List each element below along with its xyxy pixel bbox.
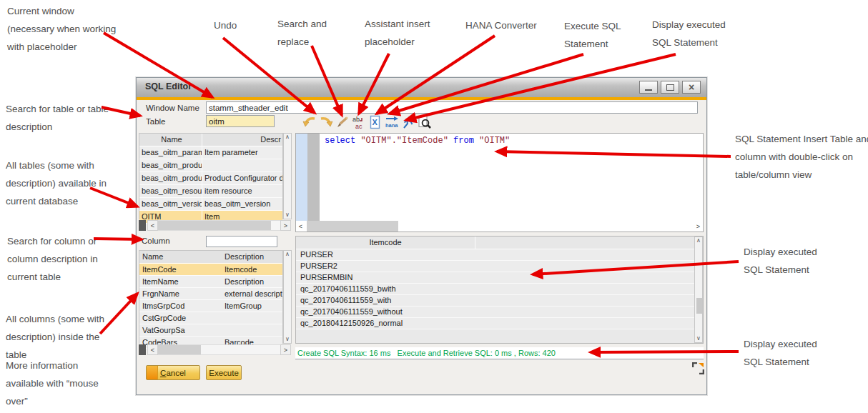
sql-gutter-margin (307, 134, 320, 221)
cancel-button[interactable]: Cancel (146, 365, 200, 380)
sql-gutter-selection (296, 134, 307, 221)
accent-bar (137, 97, 706, 100)
scrollbar-thumb[interactable] (158, 221, 271, 230)
scroll-up-icon[interactable]: ∧ (285, 134, 290, 141)
scrollbar-thumb[interactable] (307, 221, 398, 232)
note-current-window: Current window(necessary when workingwit… (7, 2, 116, 56)
arrow-all-columns (100, 294, 137, 334)
arrow-search-column (94, 239, 142, 239)
table-row[interactable]: beas_oitm_produc (139, 159, 282, 172)
note-display-executed-bottom: Display executedSQL Statement (744, 335, 817, 371)
note-display-executed-top: Display executedSQL Statement (652, 16, 726, 51)
scroll-up-icon[interactable]: ∧ (285, 251, 290, 258)
scroll-right-icon[interactable]: > (280, 344, 291, 355)
note-hana-converter: HANA Converter (465, 16, 537, 34)
sql-hscrollbar[interactable]: < > (296, 221, 703, 232)
undo-icon[interactable] (302, 115, 317, 129)
window-title: SQL Editor (145, 81, 192, 91)
tables-list: Name Descr beas_oitm_parameItem paramete… (139, 133, 283, 219)
scrollbar-gripper[interactable] (139, 220, 146, 231)
note-all-tables: All tables (some withdescription) availa… (6, 156, 107, 210)
scroll-down-icon[interactable]: ∨ (285, 336, 290, 343)
scroll-left-icon[interactable]: < (296, 221, 305, 232)
columns-header-desc[interactable]: Description (222, 251, 282, 263)
tables-list-header[interactable]: Name Descr (139, 134, 282, 146)
column-row[interactable]: ItmsGrpCodItemGroup (139, 300, 282, 312)
scroll-right-icon[interactable]: > (280, 220, 291, 231)
note-execute-sql: Execute SQLStatement (564, 17, 621, 53)
result-row[interactable]: qc_20170406111559_without (296, 307, 703, 318)
result-row[interactable]: qc_20170406111559_bwith (296, 284, 703, 295)
columns-hscrollbar[interactable]: < > (139, 344, 291, 355)
svg-text:ac: ac (355, 123, 363, 129)
minimize-icon (645, 89, 652, 91)
sql-toolbar: ab ac X hana (302, 114, 432, 131)
sql-statement-text[interactable]: select "OITM"."ItemCode" from "OITM" (325, 136, 510, 146)
result-row[interactable]: qc_20170406111559_with (296, 295, 703, 307)
scroll-down-icon[interactable]: ∨ (285, 212, 290, 219)
minimize-button[interactable] (639, 81, 658, 94)
resize-grip-icon[interactable] (692, 362, 704, 377)
svg-text:X: X (373, 118, 378, 126)
sql-statement-editor[interactable]: select "OITM"."ItemCode" from "OITM" < > (295, 133, 704, 232)
doc-canvas: { "notes": { "current_window": ["Current… (0, 0, 868, 413)
execute-button[interactable]: Execute (206, 365, 242, 380)
result-row[interactable]: qc_20180412150926_normal (296, 318, 703, 329)
result-row[interactable]: PURSER (296, 249, 703, 261)
tables-header-name[interactable]: Name (139, 134, 202, 146)
table-search-input[interactable] (206, 115, 275, 127)
scroll-left-icon[interactable]: < (147, 220, 158, 231)
column-search-input[interactable] (206, 236, 277, 247)
column-row[interactable]: CstGrpCode (139, 312, 282, 324)
note-search-table: Search for table or tabledescription (6, 100, 109, 136)
close-icon: × (689, 82, 694, 92)
table-row[interactable]: beas_oitm_resourcitem resource (139, 185, 282, 198)
window-name-input[interactable] (206, 101, 698, 114)
result-row[interactable]: PURSER2 (296, 261, 703, 272)
column-label: Column (142, 237, 170, 245)
column-row-selected[interactable]: ItemCodeItemcode (139, 264, 282, 276)
default-button-marker (147, 366, 158, 379)
redo-icon[interactable] (319, 115, 333, 129)
title-bar[interactable]: SQL Editor × (137, 78, 706, 98)
scrollbar-thumb[interactable] (158, 345, 201, 354)
maximize-button[interactable] (661, 81, 679, 94)
results-header-itemcode[interactable]: Itemcode (296, 237, 475, 249)
scroll-left-icon[interactable]: < (147, 344, 158, 355)
hana-converter-icon[interactable]: hana (385, 115, 399, 129)
execute-sql-icon[interactable] (401, 115, 415, 129)
column-row[interactable]: FrgnNameexternal description (139, 288, 282, 300)
results-grid: Itemcode PURSER PURSER2 PURSERMBIN qc_20… (295, 236, 704, 344)
display-executed-sql-icon[interactable] (418, 115, 432, 129)
scrollbar-gripper[interactable] (139, 344, 146, 355)
note-search-column: Search for column orcolumn description i… (7, 232, 98, 286)
note-search-replace: Search andreplace (277, 15, 327, 51)
note-undo: Undo (214, 16, 237, 34)
table-row[interactable]: beas_oitm_versionbeas_oitm_version (139, 198, 282, 211)
column-row[interactable]: VatGourpSa (139, 324, 282, 337)
tables-hscrollbar[interactable]: < > (139, 220, 291, 231)
scroll-down-icon[interactable]: ∨ (696, 335, 701, 342)
status-bar: Create SQL Syntax: 16 ms Execute and Ret… (295, 347, 704, 359)
excel-export-icon[interactable]: X (368, 115, 383, 129)
svg-text:ab: ab (352, 116, 360, 123)
columns-vscrollbar[interactable]: ∧ ∨ (283, 250, 292, 344)
scroll-up-icon[interactable]: ∧ (696, 237, 701, 244)
svg-text:hana: hana (385, 122, 398, 129)
close-button[interactable]: × (682, 81, 701, 94)
table-label: Table (146, 117, 166, 126)
columns-header-name[interactable]: Name (139, 251, 222, 263)
result-row[interactable]: PURSERMBIN (296, 272, 703, 284)
scrollbar-thumb[interactable] (696, 298, 702, 314)
table-row[interactable]: beas_oitm_produkProduct Configurator def… (139, 172, 282, 185)
results-vscrollbar[interactable]: ∧ ∨ (694, 237, 703, 343)
scroll-right-icon[interactable]: > (694, 221, 703, 232)
columns-list-header[interactable]: Name Description (139, 251, 282, 264)
column-row[interactable]: ItemNameDescription (139, 276, 282, 288)
tables-header-desc[interactable]: Descr (202, 134, 282, 146)
brush-icon[interactable] (335, 115, 350, 129)
tables-vscrollbar[interactable]: ∧ ∨ (283, 133, 292, 219)
search-replace-icon[interactable]: ab ac (352, 115, 366, 129)
table-row[interactable]: beas_oitm_parameItem parameter (139, 146, 282, 159)
results-header[interactable]: Itemcode (296, 237, 703, 249)
